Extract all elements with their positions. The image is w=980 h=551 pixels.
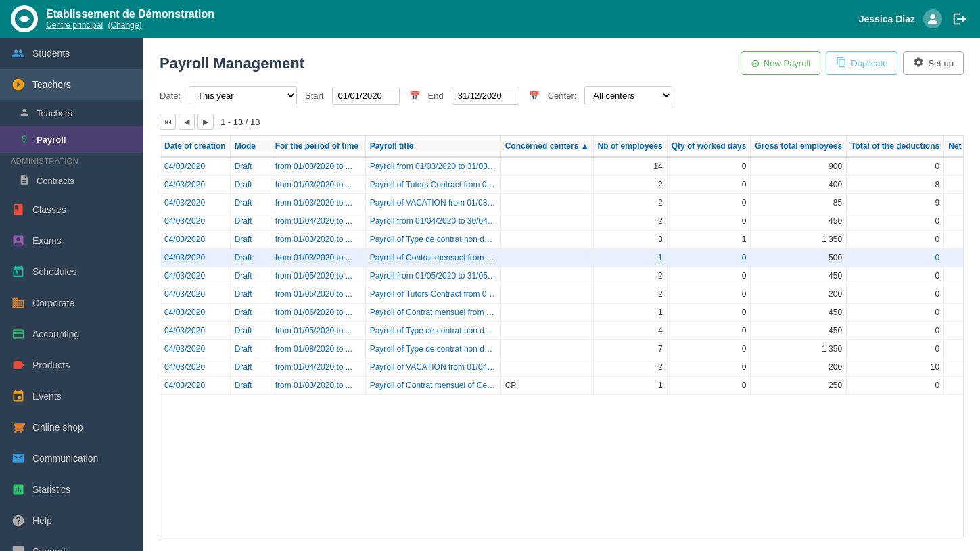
col-date-creation[interactable]: Date of creation	[160, 136, 230, 157]
help-icon	[11, 513, 26, 528]
end-date-input[interactable]	[452, 87, 519, 105]
table-row[interactable]: 04/03/2020Draftfrom 01/03/2020 to ...Pay…	[160, 176, 964, 194]
table-row[interactable]: 04/03/2020Draftfrom 01/03/2020 to ...Pay…	[160, 194, 964, 212]
col-period[interactable]: For the period of time	[271, 136, 365, 157]
table-cell: 0	[667, 358, 751, 377]
table-cell: Draft	[230, 340, 271, 358]
sidebar-item-classes[interactable]: Classes	[0, 194, 143, 225]
col-net[interactable]: Net total employees	[944, 136, 964, 157]
table-cell: from 01/03/2020 to ...	[271, 249, 365, 267]
schedules-icon	[11, 264, 26, 279]
table-cell: 7	[593, 340, 667, 358]
table-cell: Draft	[230, 157, 271, 176]
table-cell: 0	[667, 377, 751, 395]
logout-icon[interactable]	[950, 9, 969, 28]
sidebar-item-accounting[interactable]: Accounting	[0, 318, 143, 350]
table-cell: 10	[847, 358, 944, 377]
sidebar-item-exams[interactable]: Exams	[0, 225, 143, 256]
user-avatar[interactable]	[923, 9, 942, 28]
sidebar-item-support[interactable]: Support	[0, 536, 143, 551]
duplicate-button[interactable]: Duplicate	[826, 51, 897, 75]
center-label: Center:	[548, 91, 577, 101]
col-title[interactable]: Payroll title	[365, 136, 500, 157]
communication-icon	[11, 451, 26, 466]
students-icon	[11, 46, 26, 61]
sidebar-label-classes: Classes	[32, 204, 66, 215]
sidebar-label-help: Help	[32, 515, 52, 526]
start-calendar-icon[interactable]: 📅	[409, 91, 420, 101]
sidebar-item-teachers-group[interactable]: Teachers	[0, 69, 143, 100]
sidebar-item-statistics[interactable]: Statistics	[0, 474, 143, 505]
products-icon	[11, 358, 26, 373]
table-row[interactable]: 04/03/2020Draftfrom 01/04/2020 to ...Pay…	[160, 212, 964, 231]
table-cell: Payroll of Contrat mensuel from 01/0	[365, 249, 500, 267]
table-cell	[500, 340, 593, 358]
sidebar-subitem-contracts[interactable]: Contracts	[0, 168, 143, 194]
contracts-icon	[19, 174, 30, 187]
col-gross[interactable]: Gross total employees	[751, 136, 847, 157]
col-centers[interactable]: Concerned centers ▲	[500, 136, 593, 157]
pagination-info: 1 - 13 / 13	[220, 117, 260, 127]
table-row[interactable]: 04/03/2020Draftfrom 01/03/2020 to ...Pay…	[160, 231, 964, 249]
table-cell: 0	[847, 322, 944, 340]
table-cell: 200	[751, 285, 847, 304]
sidebar-subitem-payroll[interactable]: Payroll	[0, 126, 143, 153]
table-cell: Draft	[230, 285, 271, 304]
org-info: Etablissement de Démonstration Centre pr…	[46, 8, 859, 30]
sidebar-item-corporate[interactable]: Corporate	[0, 287, 143, 318]
sidebar-item-online-shop[interactable]: Online shop	[0, 412, 143, 443]
sidebar-subitem-teachers[interactable]: Teachers	[0, 100, 143, 126]
col-mode[interactable]: Mode	[230, 136, 271, 157]
setup-button[interactable]: Set up	[903, 51, 964, 75]
table-row[interactable]: 04/03/2020Draftfrom 01/05/2020 to ...Pay…	[160, 285, 964, 304]
sidebar-label-exams: Exams	[32, 235, 62, 246]
action-buttons: ⊕ New Payroll Duplicate Set up	[741, 51, 964, 75]
sidebar-item-events[interactable]: Events	[0, 381, 143, 412]
svg-point-1	[22, 16, 27, 22]
table-cell: Draft	[230, 358, 271, 377]
table-cell: 2	[593, 194, 667, 212]
col-qty-days[interactable]: Qty of worked days	[667, 136, 751, 157]
sidebar-label-online-shop: Online shop	[32, 422, 83, 433]
table-row[interactable]: 04/03/2020Draftfrom 01/05/2020 to ...Pay…	[160, 322, 964, 340]
sidebar-item-help[interactable]: Help	[0, 505, 143, 536]
sidebar-label-teachers: Teachers	[32, 79, 71, 90]
table-row[interactable]: 04/03/2020Draftfrom 01/05/2020 to ...Pay…	[160, 267, 964, 285]
sidebar-item-communication[interactable]: Communication	[0, 443, 143, 474]
col-deductions[interactable]: Total of the deductions	[847, 136, 944, 157]
filters-row: Date: This year Last year Custom Start 📅…	[160, 86, 964, 105]
table-row[interactable]: 04/03/2020Draftfrom 01/08/2020 to ...Pay…	[160, 340, 964, 358]
page-header: Payroll Management ⊕ New Payroll Duplica…	[160, 51, 964, 75]
sidebar-item-products[interactable]: Products	[0, 350, 143, 381]
page-prev-btn[interactable]: ◀	[179, 114, 195, 130]
table-cell	[500, 157, 593, 176]
table-cell: 14	[593, 157, 667, 176]
date-filter-select[interactable]: This year Last year Custom	[189, 86, 297, 105]
sidebar-item-students[interactable]: Students	[0, 38, 143, 69]
page-first-btn[interactable]: ⏮	[160, 114, 176, 130]
start-date-input[interactable]	[332, 87, 400, 105]
table-cell	[500, 176, 593, 194]
org-subtitle: Centre principal (Change)	[46, 20, 859, 30]
end-calendar-icon[interactable]: 📅	[529, 91, 540, 101]
center-filter-select[interactable]: All centers CP	[584, 86, 672, 105]
col-nb-employees[interactable]: Nb of employees	[593, 136, 667, 157]
table-cell: 450	[944, 322, 964, 340]
table-cell: 0	[667, 194, 751, 212]
table-cell: 2	[593, 267, 667, 285]
org-change-link[interactable]: (Change)	[108, 20, 141, 30]
sidebar-item-schedules[interactable]: Schedules	[0, 256, 143, 287]
table-row[interactable]: 04/03/2020Draftfrom 01/04/2020 to ...Pay…	[160, 358, 964, 377]
table-row[interactable]: 04/03/2020Draftfrom 01/03/2020 to ...Pay…	[160, 377, 964, 395]
page-next-btn[interactable]: ▶	[197, 114, 214, 130]
table-cell: 200	[944, 285, 964, 304]
start-label: Start	[305, 91, 323, 101]
table-cell: 450	[944, 267, 964, 285]
table-cell: from 01/05/2020 to ...	[271, 267, 365, 285]
table-row[interactable]: 04/03/2020Draftfrom 01/03/2020 to ...Pay…	[160, 249, 964, 267]
table-cell: from 01/03/2020 to ...	[271, 157, 365, 176]
table-cell: 2	[593, 358, 667, 377]
table-row[interactable]: 04/03/2020Draftfrom 01/06/2020 to ...Pay…	[160, 304, 964, 322]
new-payroll-button[interactable]: ⊕ New Payroll	[741, 51, 820, 75]
table-row[interactable]: 04/03/2020Draftfrom 01/03/2020 to ...Pay…	[160, 157, 964, 176]
